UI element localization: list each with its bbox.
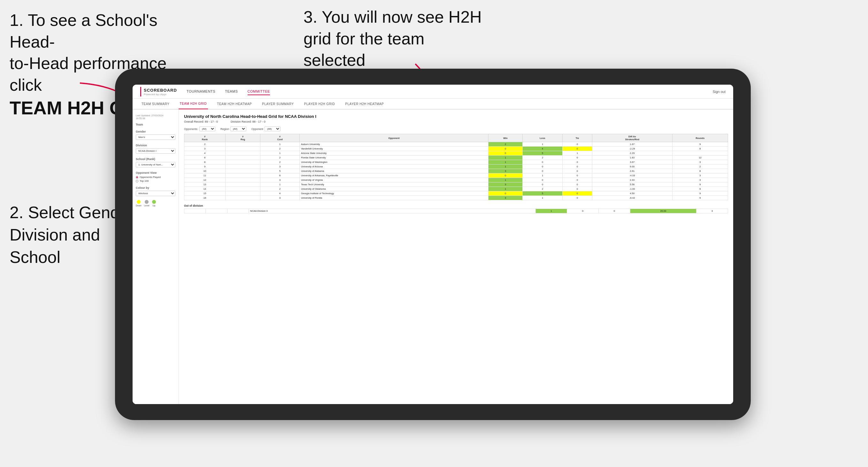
col-loss: Loss (523, 134, 563, 142)
opponents-played-radio[interactable] (136, 176, 138, 179)
sub-nav: TEAM SUMMARY TEAM H2H GRID TEAM H2H HEAT… (132, 99, 733, 110)
out-of-division-row: NCAA Division II 1 0 0 26.00 3 (184, 209, 728, 213)
sub-nav-player-h2h-grid[interactable]: PLAYER H2H GRID (303, 98, 336, 109)
opponents-filter-label: Opponents: (184, 127, 198, 131)
nav-sign-out[interactable]: Sign out (713, 90, 725, 94)
sub-nav-player-summary[interactable]: PLAYER SUMMARY (261, 98, 295, 109)
opponents-played-option[interactable]: Opponents Played (136, 176, 176, 179)
col-diff: Diff AvStrokes/Rnd (592, 134, 672, 142)
nav-teams[interactable]: TEAMS (225, 88, 238, 95)
logo-area: SCOREBOARD Powered by clippi (140, 87, 177, 96)
table-header-row: #Rank #Reg #Conf Opponent Win Loss Tie D… (184, 134, 728, 142)
school-section: School (Rank) 1. University of Nort... (136, 157, 176, 167)
sub-nav-player-h2h-heatmap[interactable]: PLAYER H2H HEATMAP (344, 98, 385, 109)
out-of-division-table: NCAA Division II 1 0 0 26.00 3 (184, 209, 728, 213)
legend-level-circle (145, 200, 149, 204)
gender-section: Gender Men's (136, 130, 176, 140)
odd-rounds: 3 (696, 209, 728, 213)
col-rounds: Rounds (672, 134, 728, 142)
division-label: Division (136, 144, 176, 147)
gender-label: Gender (136, 130, 176, 133)
annotation-mid-line3: School (9, 248, 60, 267)
opponent-filter-label: Opponent (251, 127, 263, 131)
table-row: 62Florida State University1201.8312 (184, 156, 728, 160)
table-row: 154Georgia Institute of Technology0504.5… (184, 191, 728, 196)
gender-select[interactable]: Men's (136, 134, 176, 140)
sub-nav-team-h2h-heatmap[interactable]: TEAM H2H HEATMAP (216, 98, 253, 109)
table-row: 105University of Alabama3002.618 (184, 169, 728, 174)
nav-committee[interactable]: COMMITTEE (248, 88, 270, 95)
legend-down-circle (137, 200, 141, 204)
odd-conf (227, 209, 249, 213)
region-filter-select[interactable]: (All) (230, 126, 246, 131)
h2h-table: #Rank #Reg #Conf Opponent Win Loss Tie D… (184, 134, 728, 200)
col-rank: #Rank (184, 134, 225, 142)
tablet-frame: SCOREBOARD Powered by clippi TOURNAMENTS… (115, 69, 751, 420)
team-label: Team (136, 123, 176, 126)
table-row: 131Texas Tech University3005.569 (184, 182, 728, 187)
division-section: Division NCAA Division I (136, 144, 176, 154)
logo-text: SCOREBOARD (144, 88, 177, 93)
sub-nav-team-h2h-grid[interactable]: TEAM H2H GRID (179, 98, 208, 109)
table-row: 123University of Virginia1002.333 (184, 178, 728, 182)
table-row: 163University of Florida310-6.429 (184, 196, 728, 200)
odd-tie: 0 (598, 209, 630, 213)
col-reg: #Reg (225, 134, 260, 142)
nav-bar: SCOREBOARD Powered by clippi TOURNAMENTS… (132, 85, 733, 99)
logo-sub: Powered by clippi (144, 93, 177, 96)
table-row: 82University of Washington1003.673 (184, 160, 728, 164)
sidebar: Last Updated: 27/03/2024 16:55:38 Team G… (132, 110, 179, 404)
odd-loss: 0 (567, 209, 599, 213)
legend-up-label: Up (152, 205, 155, 207)
table-row: 32Vanderbilt University040-2.298 (184, 147, 728, 151)
school-label: School (Rank) (136, 157, 176, 161)
opponent-view-section: Opponent View Opponents Played Top 100 (136, 171, 176, 182)
opponents-filter-select[interactable]: (All) (199, 126, 215, 131)
colour-by-label: Colour by (136, 186, 176, 189)
table-area: University of North Carolina Head-to-Hea… (179, 110, 733, 404)
table-row: 116University of Arkansas, Fayetteville0… (184, 174, 728, 178)
col-conf: #Conf (260, 134, 300, 142)
table-row: 142University of Oklahoma120-1.009 (184, 187, 728, 191)
school-select[interactable]: 1. University of Nort... (136, 162, 176, 167)
nav-items: TOURNAMENTS TEAMS COMMITTEE (187, 88, 713, 95)
colour-by-section: Colour by Win/loss (136, 186, 176, 196)
top-100-radio[interactable] (136, 180, 138, 182)
table-title: University of North Carolina Head-to-Hea… (184, 114, 728, 119)
opponents-filter: Opponents: (All) (184, 126, 215, 131)
logo-bar (140, 87, 141, 96)
filter-row: Opponents: (All) Region (All) Opponent (184, 126, 728, 131)
opponent-view-radio: Opponents Played Top 100 (136, 176, 176, 182)
sub-nav-team-summary[interactable]: TEAM SUMMARY (140, 98, 171, 109)
legend: Down Level Up (136, 200, 176, 207)
division-select[interactable]: NCAA Division I (136, 148, 176, 154)
opponent-filter-select[interactable]: (All) (265, 126, 280, 131)
legend-down: Down (136, 200, 142, 207)
top-100-option[interactable]: Top 100 (136, 180, 176, 182)
logo: SCOREBOARD Powered by clippi (144, 87, 177, 96)
out-of-division-label: Out of division (184, 204, 728, 207)
colour-by-select[interactable]: Win/loss (136, 191, 176, 196)
odd-win: 1 (535, 209, 567, 213)
tablet-screen: SCOREBOARD Powered by clippi TOURNAMENTS… (132, 85, 733, 404)
overall-record: Overall Record: 89 - 17 - 0 (184, 120, 218, 123)
legend-up: Up (152, 200, 156, 207)
region-filter-label: Region (220, 127, 229, 131)
opponent-filter: Opponent (All) (251, 126, 280, 131)
table-row: 93University of Arizona1009.002 (184, 164, 728, 169)
team-section: Team (136, 123, 176, 126)
nav-tournaments[interactable]: TOURNAMENTS (187, 88, 215, 95)
odd-reg (206, 209, 227, 213)
col-opponent: Opponent (300, 134, 489, 142)
region-filter: Region (All) (220, 126, 246, 131)
legend-level: Level (144, 200, 150, 207)
opponent-view-label: Opponent View (136, 171, 176, 175)
last-updated: Last Updated: 27/03/2024 16:55:38 (136, 114, 176, 120)
main-content: Last Updated: 27/03/2024 16:55:38 Team G… (132, 110, 733, 404)
odd-diff: 26.00 (630, 209, 696, 213)
record-row: Overall Record: 89 - 17 - 0 Division Rec… (184, 120, 728, 123)
col-win: Win (489, 134, 523, 142)
division-record: Division Record: 88 - 17 - 0 (231, 120, 266, 123)
annotation-line1: 1. To see a School's Head- (9, 11, 157, 51)
legend-up-circle (152, 200, 156, 204)
